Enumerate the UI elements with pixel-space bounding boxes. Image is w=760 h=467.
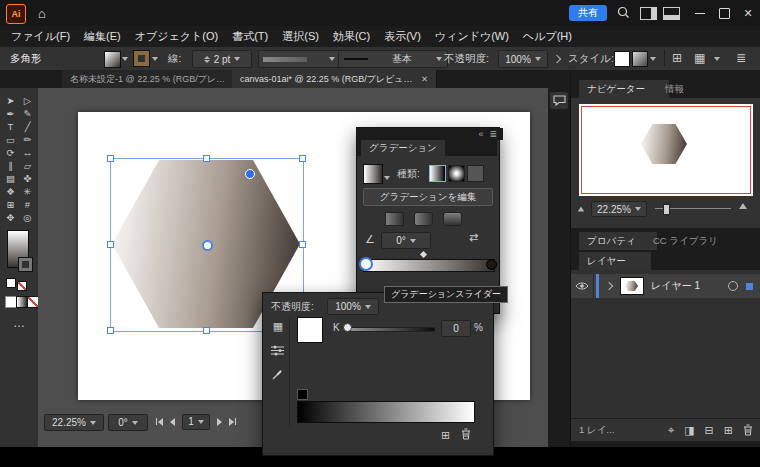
fill-color-swatch[interactable] — [104, 51, 121, 68]
selection-handle[interactable] — [107, 155, 114, 162]
gradient-panel-header[interactable]: « ≣ — [357, 128, 503, 140]
navigator-zoom-dropdown[interactable]: 22.25% — [591, 201, 647, 217]
width-profile-dropdown[interactable] — [258, 50, 340, 68]
hand-tool[interactable]: ✥ — [2, 211, 19, 224]
tab-navigator[interactable]: ナビゲーター — [579, 80, 669, 98]
app-logo[interactable]: Ai — [6, 4, 26, 24]
swatches-icon[interactable]: ▦ — [271, 319, 285, 333]
stroke-gradient-across-icon[interactable] — [443, 212, 462, 226]
menu-type[interactable]: 書式(T) — [225, 29, 275, 44]
stroke-proxy[interactable] — [19, 258, 32, 271]
tab-cc-libraries[interactable]: CC ライブラリ — [645, 232, 737, 250]
layer-row[interactable]: レイヤー 1 — [571, 274, 760, 298]
stroke-gradient-along-icon[interactable] — [414, 212, 433, 226]
selection-handle[interactable] — [299, 241, 306, 248]
navigator-zoom-slider-thumb[interactable] — [663, 204, 670, 215]
freeform-gradient-type-button[interactable] — [467, 165, 484, 182]
menu-window[interactable]: ウィンドウ(W) — [428, 29, 516, 44]
menu-help[interactable]: ヘルプ(H) — [516, 29, 579, 44]
menu-select[interactable]: 選択(S) — [275, 29, 326, 44]
maximize-button[interactable] — [712, 0, 736, 26]
tab-info[interactable]: 情報 — [657, 80, 713, 98]
gradient-midpoint-marker[interactable] — [420, 251, 427, 258]
k-slider-thumb[interactable] — [343, 323, 352, 332]
k-slider-track[interactable] — [345, 327, 435, 332]
eyedropper-icon[interactable] — [272, 369, 283, 380]
rectangle-tool[interactable]: ▭ — [2, 133, 19, 146]
stroke-dropdown-icon[interactable] — [152, 57, 158, 61]
menu-object[interactable]: オブジェクト(O) — [128, 29, 225, 44]
width-tool[interactable]: ∥ — [2, 159, 19, 172]
selection-tool[interactable]: ➤ — [2, 94, 19, 107]
stepper-up-icon[interactable] — [204, 56, 210, 59]
zoom-tool[interactable]: ◎ — [19, 211, 36, 224]
search-icon[interactable] — [617, 6, 630, 19]
edit-toolbar-icon[interactable]: … — [0, 316, 38, 330]
artboard-tool[interactable]: ⊞ — [2, 198, 19, 211]
workspace-layout-icon[interactable] — [640, 7, 657, 20]
blend-tool[interactable]: ❖ — [2, 185, 19, 198]
type-tool[interactable]: T — [2, 120, 19, 133]
doc-tab-close-icon[interactable]: ✕ — [421, 74, 428, 84]
navigator-preview[interactable] — [579, 104, 753, 196]
new-swatch-icon[interactable]: ⊞ — [441, 429, 450, 442]
artboard-number-dropdown[interactable]: 1 — [182, 414, 210, 430]
share-button[interactable]: 共有 — [569, 5, 607, 21]
zoom-out-icon[interactable] — [578, 207, 584, 212]
selection-handle[interactable] — [203, 327, 210, 334]
new-sublayer-icon[interactable]: ⊟ — [705, 424, 714, 437]
layer-target-circle[interactable] — [728, 281, 738, 291]
default-stroke-chip[interactable] — [17, 281, 27, 291]
stop-color-swatch[interactable] — [297, 317, 323, 343]
rotation-dropdown[interactable]: 0° — [108, 414, 148, 431]
edit-gradient-button[interactable]: グラデーションを編集 — [363, 188, 493, 206]
style-dropdown-icon[interactable] — [650, 57, 656, 61]
comments-panel-button[interactable] — [550, 92, 568, 109]
gradient-tool[interactable]: ▤ — [2, 172, 19, 185]
make-mask-icon[interactable]: ◨ — [684, 424, 694, 437]
menu-edit[interactable]: 編集(E) — [77, 29, 128, 44]
stroke-color-swatch[interactable] — [134, 51, 149, 66]
document-setup-icon[interactable]: ⊞ — [672, 51, 682, 65]
default-fill-chip[interactable] — [6, 278, 16, 288]
gradient-thumbnail[interactable] — [363, 164, 383, 184]
stroke-gradient-within-icon[interactable] — [385, 212, 404, 226]
new-layer-icon[interactable]: ⊞ — [724, 424, 733, 437]
symbol-sprayer-tool[interactable]: ✳ — [19, 185, 36, 198]
selection-handle[interactable] — [299, 155, 306, 162]
free-transform-tool[interactable]: ▱ — [19, 159, 36, 172]
close-button[interactable]: ✕ — [736, 0, 760, 26]
arrange-documents-icon[interactable] — [663, 7, 680, 20]
direct-selection-tool[interactable]: ▷ — [19, 94, 36, 107]
gradient-panel-tab[interactable]: グラデーション — [361, 140, 445, 156]
stepper-down-icon[interactable] — [204, 60, 210, 63]
scale-tool[interactable]: ↔ — [19, 146, 36, 159]
stroke-weight-dropdown-icon[interactable] — [234, 57, 240, 61]
gradient-annotator-center[interactable] — [202, 240, 213, 251]
controlbar-dropdown-icon[interactable] — [714, 57, 720, 61]
color-sliders-icon[interactable] — [271, 345, 284, 356]
delete-swatch-icon[interactable] — [461, 428, 471, 440]
gradient-angle-dropdown[interactable]: 0° — [381, 232, 431, 249]
radial-gradient-type-button[interactable] — [448, 165, 465, 182]
doc-tab-untitled[interactable]: 名称未設定-1 @ 22.25 % (RGB/プレビュー) ✕ — [62, 70, 249, 88]
style-swatch[interactable] — [614, 51, 630, 67]
layer-expand-icon[interactable] — [605, 282, 613, 290]
paintbrush-tool[interactable]: ✏ — [19, 133, 36, 146]
eyedropper-tool[interactable]: ✜ — [19, 172, 36, 185]
preferences-icon[interactable]: ▦ — [694, 51, 705, 65]
doc-tab-canvas01[interactable]: canvas-01ai* @ 22.25 % (RGB/プレビュー) ✕ — [232, 70, 437, 88]
menu-effect[interactable]: 効果(C) — [326, 29, 377, 44]
collapse-panel-icon[interactable]: « — [478, 129, 483, 139]
pen-tool[interactable]: ✒ — [2, 107, 19, 120]
selected-ramp-chip[interactable] — [297, 389, 308, 400]
gradient-slider-bar[interactable] — [363, 259, 495, 272]
selection-handle[interactable] — [107, 241, 114, 248]
stop-opacity-dropdown[interactable]: 100% — [327, 298, 379, 315]
linear-gradient-type-button[interactable] — [429, 165, 446, 182]
menu-view[interactable]: 表示(V) — [377, 29, 428, 44]
layer-name[interactable]: レイヤー 1 — [651, 279, 700, 293]
curvature-tool[interactable]: ✎ — [19, 107, 36, 120]
reverse-gradient-icon[interactable]: ⇄ — [469, 231, 478, 244]
menu-file[interactable]: ファイル(F) — [4, 29, 77, 44]
